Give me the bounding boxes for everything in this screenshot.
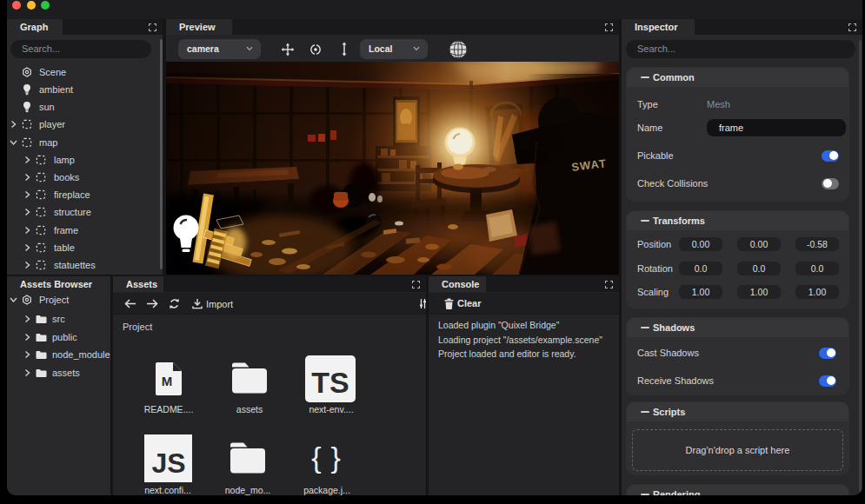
svg-text:JS: JS	[151, 448, 185, 479]
svg-text:M: M	[162, 374, 173, 388]
svg-text:TS: TS	[311, 366, 349, 399]
